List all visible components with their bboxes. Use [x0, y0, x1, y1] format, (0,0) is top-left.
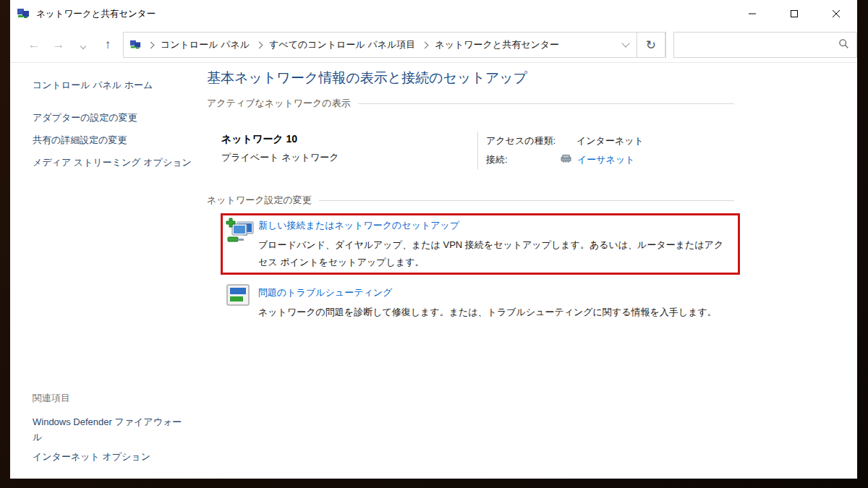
refresh-button[interactable]: ↻: [637, 33, 665, 57]
search-icon[interactable]: [838, 38, 849, 51]
network-profile: プライベート ネットワーク: [221, 151, 339, 164]
section-rule: [319, 200, 734, 201]
breadcrumb-separator-icon: [148, 41, 155, 48]
breadcrumb-network-sharing-center[interactable]: ネットワークと共有センター: [435, 38, 559, 51]
connections-label: 接続:: [486, 153, 508, 166]
network-sharing-center-icon: [17, 7, 30, 20]
sidebar-item-windows-defender-firewall[interactable]: Windows Defender ファイアウォール: [33, 414, 188, 445]
sidebar-item-internet-options[interactable]: インターネット オプション: [33, 450, 150, 463]
setup-new-connection-description: ブロードバンド、ダイヤルアップ、または VPN 接続をセットアップします。あるい…: [258, 236, 732, 271]
troubleshoot-icon: [226, 284, 251, 309]
setup-new-connection-icon: [225, 218, 255, 247]
active-network-divider: [477, 132, 478, 169]
breadcrumb-app-icon: [129, 39, 141, 51]
navigation-toolbar: ← → ↑ コントロール パネル すべてのコントロール パネル項目: [10, 27, 857, 63]
troubleshoot-link[interactable]: 問題のトラブルシューティング: [258, 286, 392, 299]
setup-new-connection-link[interactable]: 新しい接続またはネットワークのセットアップ: [258, 219, 459, 232]
forward-button[interactable]: →: [46, 38, 71, 52]
back-button[interactable]: ←: [22, 38, 46, 52]
search-input[interactable]: [674, 33, 838, 57]
address-dropdown-chevron-icon[interactable]: [615, 33, 637, 57]
sidebar-item-change-advanced-sharing[interactable]: 共有の詳細設定の変更: [33, 134, 127, 147]
maximize-button[interactable]: [773, 0, 815, 27]
nav-buttons: ← → ↑: [22, 38, 120, 52]
breadcrumb-separator-icon: [256, 41, 263, 48]
close-button[interactable]: [815, 0, 857, 27]
address-bar-right: ↻: [615, 33, 665, 57]
sidebar-item-change-adapter-settings[interactable]: アダプターの設定の変更: [33, 111, 137, 124]
desktop-background: ネットワークと共有センター ← → ↑: [0, 0, 868, 488]
network-sharing-center-window: ネットワークと共有センター ← → ↑: [10, 0, 857, 479]
ethernet-icon: [560, 154, 573, 166]
window-title: ネットワークと共有センター: [36, 8, 156, 20]
address-bar[interactable]: コントロール パネル すべてのコントロール パネル項目 ネットワークと共有センタ…: [123, 32, 666, 58]
title-bar: ネットワークと共有センター: [10, 0, 857, 27]
window-controls: [731, 0, 857, 27]
ethernet-link[interactable]: イーサネット: [577, 153, 635, 166]
related-items-header: 関連項目: [33, 392, 70, 405]
access-type-label: アクセスの種類:: [486, 134, 556, 147]
minimize-button[interactable]: [731, 0, 773, 27]
network-name: ネットワーク 10: [221, 133, 297, 146]
page-title: 基本ネットワーク情報の表示と接続のセットアップ: [207, 69, 527, 87]
section-header-active-networks: アクティブなネットワークの表示: [207, 97, 734, 110]
sidebar-item-media-streaming-options[interactable]: メディア ストリーミング オプション: [33, 156, 192, 169]
recent-pages-chevron-icon[interactable]: [71, 38, 95, 52]
search-box: [673, 32, 857, 58]
up-button[interactable]: ↑: [95, 38, 120, 52]
breadcrumb-control-panel[interactable]: コントロール パネル: [161, 38, 250, 51]
access-type-value: インターネット: [576, 134, 644, 147]
sidebar-item-control-panel-home[interactable]: コントロール パネル ホーム: [33, 79, 153, 92]
section-header-change-settings: ネットワーク設定の変更: [207, 194, 734, 207]
troubleshoot-description: ネットワークの問題を診断して修復します。または、トラブルシューティングに関する情…: [258, 304, 750, 321]
breadcrumb-separator-icon: [422, 41, 429, 48]
breadcrumb-all-items[interactable]: すべてのコントロール パネル項目: [269, 38, 415, 51]
section-rule: [358, 103, 734, 104]
